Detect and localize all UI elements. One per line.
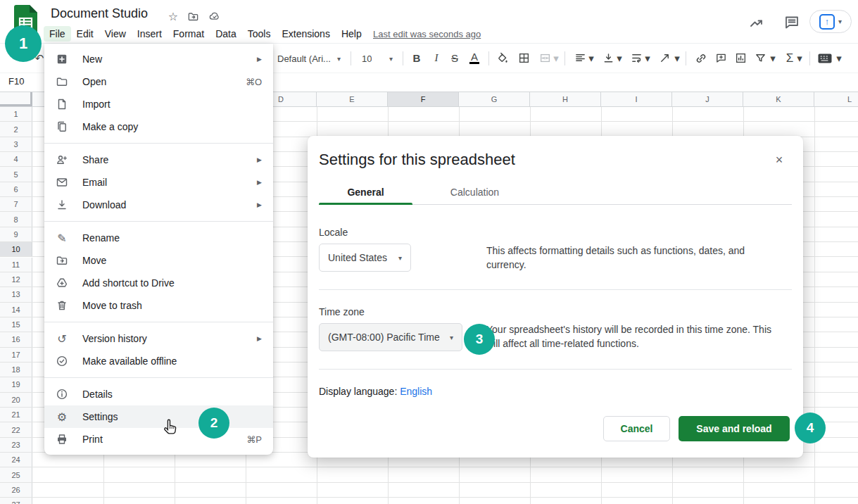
menu-item-email[interactable]: Email▶ [44,171,273,194]
menu-item-import[interactable]: Import [44,93,273,115]
row-header-24[interactable]: 24 [0,453,32,467]
row-header-16[interactable]: 16 [0,332,32,346]
grid-row[interactable]: 27 [0,498,858,504]
save-and-reload-button[interactable]: Save and reload [679,416,790,441]
menu-item-share[interactable]: Share▶ [44,149,273,171]
text-color-icon[interactable]: A [466,50,483,67]
menu-file[interactable]: File [44,26,71,42]
column-header-J[interactable]: J [672,92,743,107]
row-header-14[interactable]: 14 [0,303,32,317]
row-header-13[interactable]: 13 [0,287,32,301]
chevron-down-icon[interactable]: ▾ [795,50,804,67]
row-header-5[interactable]: 5 [0,167,32,181]
row-header-26[interactable]: 26 [0,483,32,497]
row-header-22[interactable]: 22 [0,422,32,436]
row-header-21[interactable]: 21 [0,408,32,422]
row-header-1[interactable]: 1 [0,107,32,121]
version-trend-icon[interactable] [748,14,765,31]
insert-link-icon[interactable] [693,50,709,67]
close-icon[interactable]: × [771,151,788,168]
italic-icon[interactable]: I [428,50,445,67]
row-header-18[interactable]: 18 [0,363,32,377]
chevron-down-icon[interactable]: ▾ [615,50,624,67]
menu-insert[interactable]: Insert [132,26,168,42]
merge-cells-icon[interactable] [536,50,553,67]
menu-item-add-shortcut-to-drive[interactable]: Add shortcut to Drive [44,272,273,294]
column-header-F[interactable]: F [388,92,459,107]
menu-item-move-to-trash[interactable]: Move to trash [44,294,273,317]
menu-item-version-history[interactable]: ↺Version history▶ [44,327,273,350]
tab-general[interactable]: General [319,187,412,204]
menu-item-details[interactable]: Details [44,383,273,405]
menu-item-rename[interactable]: ✎Rename [44,227,273,249]
row-header-7[interactable]: 7 [0,197,32,211]
column-header-H[interactable]: H [530,92,601,107]
input-tools-keyboard-icon[interactable] [816,50,833,67]
row-header-8[interactable]: 8 [0,212,32,226]
column-header-I[interactable]: I [601,92,672,107]
row-header-17[interactable]: 17 [0,348,32,362]
row-header-23[interactable]: 23 [0,438,32,452]
font-size-select[interactable]: 10 ▾ [358,49,397,68]
menu-extensions[interactable]: Extensions [276,26,335,42]
column-header-E[interactable]: E [317,92,388,107]
comment-icon[interactable] [783,14,800,31]
strikethrough-icon[interactable]: S [446,50,463,67]
borders-icon[interactable] [515,50,532,67]
font-family-select[interactable]: Default (Ari... ▾ [273,49,345,68]
row-header-27[interactable]: 27 [0,498,32,504]
vertical-align-icon[interactable] [600,50,617,67]
menu-edit[interactable]: Edit [71,26,99,42]
row-header-12[interactable]: 12 [0,272,32,286]
menu-format[interactable]: Format [168,26,210,42]
column-header-L[interactable]: L [814,92,858,107]
menu-item-settings[interactable]: ⚙Settings [44,405,273,428]
row-header-4[interactable]: 4 [0,152,32,166]
last-edit-status[interactable]: Last edit was seconds ago [373,29,481,39]
row-header-11[interactable]: 11 [0,258,32,272]
tab-calculation[interactable]: Calculation [431,187,519,204]
select-all-corner[interactable] [0,92,32,107]
grid-row[interactable]: 25 [0,467,858,482]
menu-item-make-available-offline[interactable]: Make available offline [44,350,273,372]
chevron-down-icon[interactable]: ▾ [835,50,843,67]
filter-icon[interactable] [752,50,769,67]
menu-item-print[interactable]: Print⌘P [44,428,273,451]
cancel-button[interactable]: Cancel [603,416,670,441]
document-title[interactable]: Document Studio [51,6,148,21]
column-header-G[interactable]: G [459,92,530,107]
timezone-select[interactable]: (GMT-08:00) Pacific Time ▾ [319,323,462,351]
row-header-6[interactable]: 6 [0,182,32,196]
menu-help[interactable]: Help [336,26,367,42]
row-header-15[interactable]: 15 [0,317,32,332]
menu-item-open[interactable]: Open⌘O [44,70,273,93]
row-header-9[interactable]: 9 [0,227,32,241]
row-header-10[interactable]: 10 [0,242,32,256]
row-header-3[interactable]: 3 [0,137,32,151]
menu-item-new[interactable]: New▶ [44,48,273,70]
menu-data[interactable]: Data [210,26,242,42]
move-document-icon[interactable] [186,9,200,23]
name-box[interactable]: F10 [8,76,24,87]
insert-comment-icon[interactable] [712,50,729,67]
display-language-link[interactable]: English [400,386,432,397]
chevron-down-icon[interactable]: ▾ [643,50,652,67]
row-header-25[interactable]: 25 [0,467,32,481]
chevron-down-icon[interactable]: ▾ [587,50,595,67]
chevron-down-icon[interactable]: ▾ [673,50,681,67]
share-button[interactable]: ↑ ▾ [809,10,852,33]
menu-item-download[interactable]: Download▶ [44,194,273,216]
text-wrap-icon[interactable] [628,50,645,67]
row-header-19[interactable]: 19 [0,377,32,391]
locale-select[interactable]: United States ▾ [319,244,411,272]
column-header-K[interactable]: K [743,92,814,107]
menu-item-make-a-copy[interactable]: Make a copy [44,115,273,138]
star-icon[interactable]: ☆ [166,9,180,23]
menu-item-move[interactable]: Move [44,249,273,272]
horizontal-align-icon[interactable] [572,50,588,67]
bold-icon[interactable]: B [408,50,425,67]
menu-view[interactable]: View [99,26,132,42]
chevron-down-icon[interactable]: ▾ [552,50,560,67]
fill-color-icon[interactable] [494,50,511,67]
text-rotation-icon[interactable] [656,50,673,67]
